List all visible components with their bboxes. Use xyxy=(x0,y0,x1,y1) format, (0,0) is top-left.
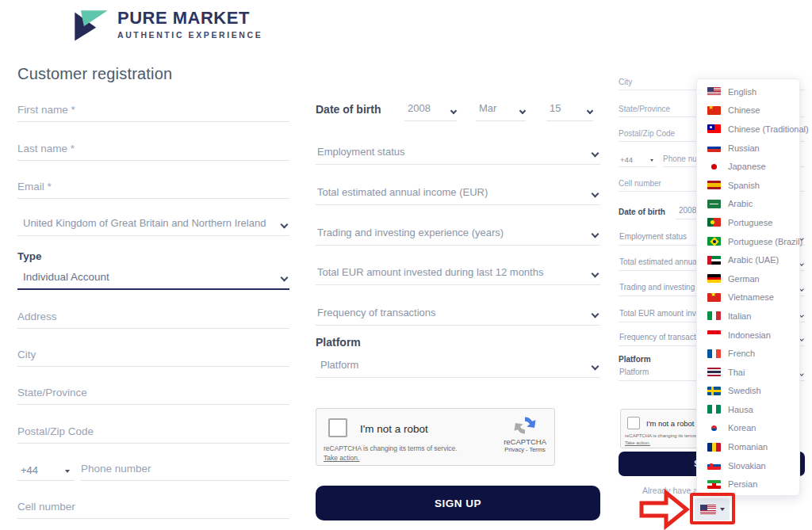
chevron-down-icon xyxy=(592,363,599,371)
experience-select[interactable]: Trading and investing experience (years) xyxy=(316,225,600,246)
language-menu-item[interactable]: Spanish xyxy=(697,176,799,195)
flag-icon xyxy=(707,368,721,376)
recaptcha-checkbox[interactable] xyxy=(627,417,640,429)
dob-month-value: Mar xyxy=(479,102,496,114)
flag-icon xyxy=(707,143,721,152)
flag-icon xyxy=(707,461,721,470)
language-menu-item[interactable]: German xyxy=(697,269,799,288)
language-menu-item[interactable]: Vietnamese xyxy=(697,288,799,307)
language-menu-item[interactable]: Italian xyxy=(697,307,799,326)
registration-page: PURE MARKET AUTHENTIC EXPERIENCE Custome… xyxy=(0,0,812,530)
chevron-down-icon xyxy=(592,150,599,158)
sign-up-button[interactable]: SIGN UP xyxy=(316,486,600,520)
dial-code-value: +44 xyxy=(620,155,633,164)
recaptcha-logo-block: reCAPTCHA Privacy - Terms xyxy=(504,414,546,453)
language-menu-item[interactable]: Chinese xyxy=(697,101,799,120)
language-menu-item[interactable]: Indonesian xyxy=(697,326,799,345)
state-input[interactable] xyxy=(17,384,289,405)
language-menu-item[interactable]: Persian xyxy=(697,475,799,494)
chevron-down-icon xyxy=(450,108,457,114)
invested-select[interactable]: Total EUR amount invested during last 12… xyxy=(316,265,600,285)
language-label: Portuguese (Brazil) xyxy=(728,237,802,246)
dial-code-select-small[interactable]: +44 xyxy=(619,153,657,167)
language-menu-item[interactable]: Russian xyxy=(697,139,799,158)
recaptcha-take-action-link[interactable]: Take action. xyxy=(625,440,650,445)
chevron-down-icon xyxy=(799,372,804,376)
chevron-down-icon xyxy=(592,311,599,318)
page-title: Customer registration xyxy=(17,65,172,83)
language-label: German xyxy=(728,274,760,284)
language-label: Arabic (UAE) xyxy=(728,255,779,265)
recaptcha-checkbox[interactable] xyxy=(328,418,347,437)
dob-year-select[interactable]: 2008 xyxy=(404,101,457,121)
dob-label-small: Date of birth xyxy=(619,208,665,216)
frequency-value: Frequency of transactions xyxy=(317,307,436,318)
income-select[interactable]: Total estimated annual income (EUR) xyxy=(316,185,600,205)
dob-month-select[interactable]: Mar xyxy=(476,101,526,121)
language-label: Slovakian xyxy=(728,461,766,471)
language-menu-item[interactable]: French xyxy=(697,344,799,363)
flag-icon xyxy=(707,256,721,265)
language-menu-item[interactable]: Slovakian xyxy=(697,456,799,475)
language-menu-item[interactable]: Romanian xyxy=(697,437,799,456)
language-label: Swedish xyxy=(728,386,761,395)
language-label: Arabic xyxy=(728,199,753,208)
first-name-input[interactable] xyxy=(17,101,289,122)
chevron-down-icon xyxy=(519,108,526,114)
employment-select[interactable]: Employment status xyxy=(316,144,600,165)
language-label: Persian xyxy=(728,479,757,489)
flag-icon xyxy=(707,181,721,189)
address-input[interactable] xyxy=(17,308,289,329)
caret-down-icon xyxy=(65,470,70,473)
language-menu-item[interactable]: Hausa xyxy=(697,400,799,419)
brand-logo-icon xyxy=(73,6,109,44)
dob-day-select[interactable]: 15 xyxy=(546,101,593,121)
language-toggle-button[interactable] xyxy=(695,498,730,520)
flag-icon xyxy=(707,387,721,395)
flag-icon xyxy=(707,162,721,171)
language-menu-item[interactable]: Japanese xyxy=(697,157,799,176)
last-name-input[interactable] xyxy=(17,140,289,161)
language-menu-item[interactable]: Thai xyxy=(697,363,799,382)
language-menu-item[interactable]: Chinese (Traditional) xyxy=(697,120,799,139)
city-input[interactable] xyxy=(17,346,289,367)
flag-icon xyxy=(707,200,721,208)
recaptcha-notice: reCAPTCHA is changing its terms of xyxy=(625,433,702,438)
flag-icon xyxy=(707,106,721,115)
language-menu-item[interactable]: Swedish xyxy=(697,382,799,401)
language-menu-item[interactable]: Arabic (UAE) xyxy=(697,250,799,269)
language-label: Romanian xyxy=(728,442,768,452)
language-menu-item[interactable]: Arabic xyxy=(697,195,799,214)
caret-down-icon xyxy=(720,508,725,511)
language-label: Korean xyxy=(728,423,756,433)
recaptcha-take-action-link[interactable]: Take action. xyxy=(324,454,359,462)
language-menu-item[interactable]: Korean xyxy=(697,419,799,438)
language-label: Japanese xyxy=(728,162,766,171)
dial-code-value: +44 xyxy=(21,464,38,476)
flag-icon xyxy=(707,237,721,246)
language-menu-item[interactable]: Portuguese (Brazil) xyxy=(697,232,799,251)
invested-value: Total EUR amount invested during last 12… xyxy=(317,266,543,278)
employment-value: Employment status xyxy=(317,146,405,158)
phone-input[interactable] xyxy=(81,460,289,481)
account-type-value: Individual Account xyxy=(23,271,109,283)
dial-code-select[interactable]: +44 xyxy=(17,460,75,481)
recaptcha-label: I'm not a robot xyxy=(646,419,694,428)
cell-input[interactable] xyxy=(17,498,289,519)
language-menu-item[interactable]: English xyxy=(697,82,799,101)
email-input[interactable] xyxy=(17,178,289,199)
language-menu-item[interactable]: Portuguese xyxy=(697,213,799,232)
postal-input[interactable] xyxy=(17,423,289,444)
chevron-down-icon xyxy=(592,270,599,278)
frequency-select[interactable]: Frequency of transactions xyxy=(316,305,600,326)
language-label: Portuguese xyxy=(728,218,772,227)
brand-name: PURE MARKET xyxy=(117,9,262,28)
language-label: Vietnamese xyxy=(728,292,774,302)
platform-select[interactable]: Platform xyxy=(316,357,600,378)
account-type-select[interactable]: Individual Account xyxy=(17,269,289,290)
language-dropdown-menu: English Chinese Chinese (Traditional) Ru… xyxy=(696,78,800,496)
country-select[interactable]: United Kingdom of Great Britain and Nort… xyxy=(17,215,289,236)
flag-icon xyxy=(707,424,721,433)
recaptcha-privacy-terms[interactable]: Privacy - Terms xyxy=(504,446,546,453)
recaptcha-brand: reCAPTCHA xyxy=(504,437,546,446)
